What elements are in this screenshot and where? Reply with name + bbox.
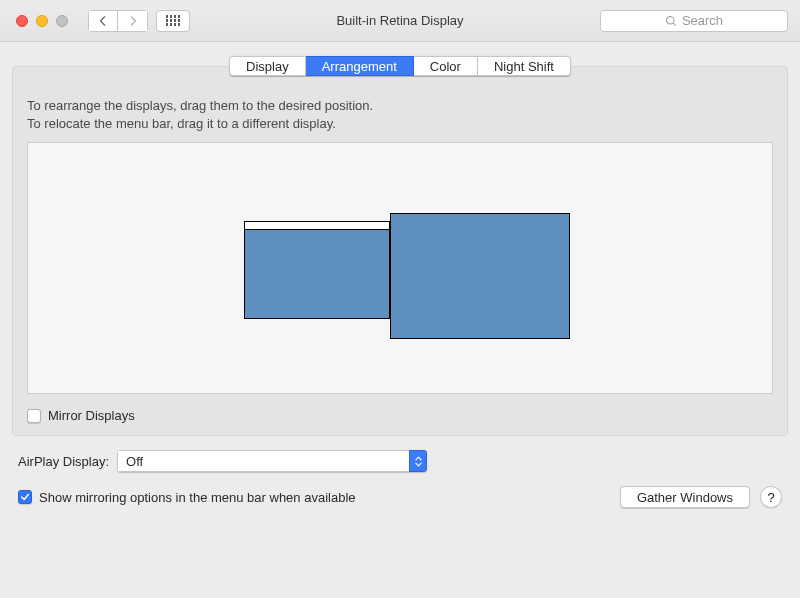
search-input[interactable]: Search: [600, 10, 788, 32]
system-preferences-window: Built-in Retina Display Search Display A…: [0, 0, 800, 598]
airplay-value: Off: [117, 450, 409, 472]
help-button[interactable]: ?: [760, 486, 782, 508]
airplay-popup[interactable]: Off: [117, 450, 427, 472]
bottom-row: Show mirroring options in the menu bar w…: [18, 486, 782, 508]
svg-point-0: [666, 16, 674, 24]
close-window-button[interactable]: [16, 15, 28, 27]
show-mirroring-checkbox[interactable]: Show mirroring options in the menu bar w…: [18, 490, 356, 505]
instructions-text: To rearrange the displays, drag them to …: [27, 97, 773, 132]
show-mirroring-label: Show mirroring options in the menu bar w…: [39, 490, 356, 505]
search-placeholder: Search: [682, 13, 723, 28]
instructions-line-2: To relocate the menu bar, drag it to a d…: [27, 115, 773, 133]
mirror-displays-checkbox[interactable]: Mirror Displays: [27, 408, 135, 423]
display-1[interactable]: [244, 221, 390, 319]
mirror-displays-label: Mirror Displays: [48, 408, 135, 423]
forward-button[interactable]: [118, 10, 148, 32]
popup-stepper-icon: [409, 450, 427, 472]
checkmark-icon: [20, 492, 30, 502]
zoom-window-button[interactable]: [56, 15, 68, 27]
toolbar-nav: [88, 10, 190, 32]
minimize-window-button[interactable]: [36, 15, 48, 27]
tab-display[interactable]: Display: [229, 56, 306, 76]
tab-color[interactable]: Color: [414, 56, 478, 76]
tab-arrangement[interactable]: Arrangement: [306, 56, 414, 76]
grid-icon: [166, 15, 180, 25]
mirror-row: Mirror Displays: [27, 408, 773, 423]
display-arrangement-canvas[interactable]: [27, 142, 773, 394]
below-panel: AirPlay Display: Off Show mirroring opti…: [12, 436, 788, 508]
chevron-left-icon: [99, 16, 107, 26]
show-all-button[interactable]: [156, 10, 190, 32]
content-area: Display Arrangement Color Night Shift To…: [0, 42, 800, 598]
airplay-row: AirPlay Display: Off: [18, 450, 782, 472]
chevron-up-icon: [415, 456, 422, 461]
arrangement-panel: To rearrange the displays, drag them to …: [12, 66, 788, 436]
nav-history-buttons: [88, 10, 148, 32]
checkbox-box: [18, 490, 32, 504]
display-2[interactable]: [390, 213, 570, 339]
chevron-down-icon: [415, 462, 422, 467]
back-button[interactable]: [88, 10, 118, 32]
tab-night-shift[interactable]: Night Shift: [478, 56, 571, 76]
search-icon: [665, 15, 677, 27]
tabs: Display Arrangement Color Night Shift: [229, 56, 571, 76]
instructions-line-1: To rearrange the displays, drag them to …: [27, 97, 773, 115]
traffic-lights: [16, 15, 68, 27]
titlebar: Built-in Retina Display Search: [0, 0, 800, 42]
chevron-right-icon: [129, 16, 137, 26]
tabs-container: Display Arrangement Color Night Shift: [12, 42, 788, 76]
checkbox-box: [27, 409, 41, 423]
airplay-label: AirPlay Display:: [18, 454, 109, 469]
svg-line-1: [673, 23, 675, 25]
gather-windows-button[interactable]: Gather Windows: [620, 486, 750, 508]
